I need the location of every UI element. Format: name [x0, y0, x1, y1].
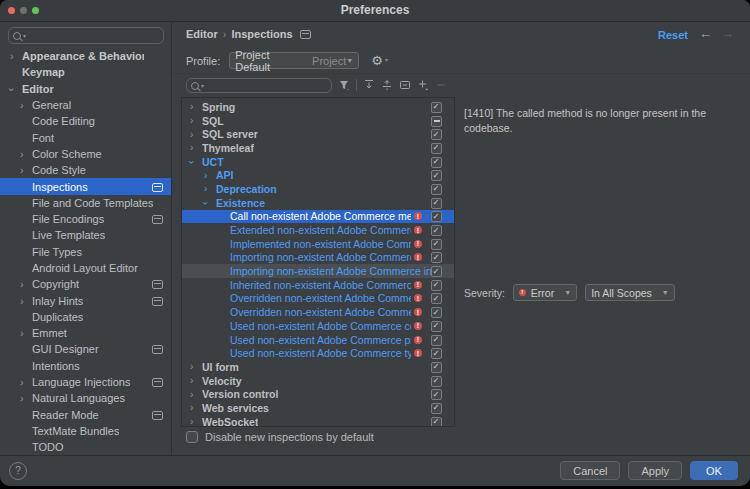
inspection-row-call-non-existent-adobe-commerce-method[interactable]: Call non-existent Adobe Commerce method — [182, 210, 454, 224]
inspection-checkbox[interactable] — [431, 129, 442, 140]
chevron-icon[interactable]: › — [7, 88, 17, 92]
inspection-checkbox[interactable] — [431, 335, 442, 346]
chevron-icon[interactable]: › — [190, 143, 193, 152]
inspection-checkbox[interactable] — [431, 116, 442, 127]
remove-icon[interactable] — [433, 77, 449, 93]
inspection-checkbox[interactable] — [431, 403, 442, 414]
chevron-icon[interactable]: › — [20, 149, 24, 159]
sidebar-item-file-encodings[interactable]: File Encodings — [0, 211, 171, 227]
forward-arrow-icon[interactable]: → — [721, 26, 734, 41]
inspection-checkbox[interactable] — [431, 102, 442, 113]
zoom-window-icon[interactable] — [32, 7, 39, 14]
inspection-row-overridden-non-existent-adobe-commerce-p[interactable]: Overridden non-existent Adobe Commerce p — [182, 305, 454, 319]
sidebar-item-editor[interactable]: ›Editor — [0, 81, 171, 97]
profile-actions-gear-icon[interactable]: ⚙▾ — [371, 54, 388, 67]
inspection-row-thymeleaf[interactable]: ›Thymeleaf — [182, 141, 454, 155]
inspection-row-sql-server[interactable]: ›SQL server — [182, 127, 454, 141]
inspection-checkbox[interactable] — [431, 307, 442, 318]
sidebar-item-file-types[interactable]: File Types — [0, 244, 171, 260]
inspection-row-used-non-existent-adobe-commerce-type[interactable]: Used non-existent Adobe Commerce type — [182, 346, 454, 360]
chevron-icon[interactable]: › — [190, 130, 193, 139]
disable-new-inspections-checkbox[interactable] — [186, 431, 198, 443]
inspection-row-ui-form[interactable]: ›UI form — [182, 360, 454, 374]
chevron-icon[interactable]: › — [190, 116, 193, 125]
profile-box-icon[interactable] — [397, 77, 413, 93]
inspection-row-inherited-non-existent-adobe-commerce-inte[interactable]: Inherited non-existent Adobe Commerce in… — [182, 278, 454, 292]
chevron-icon[interactable]: › — [20, 296, 24, 306]
cancel-button[interactable]: Cancel — [560, 461, 620, 480]
inspection-row-overridden-non-existent-adobe-commerce-c[interactable]: Overridden non-existent Adobe Commerce c — [182, 292, 454, 306]
sidebar-item-appearance-behavior[interactable]: ›Appearance & Behavior — [0, 48, 171, 64]
chevron-icon[interactable]: › — [20, 279, 24, 289]
inspection-checkbox[interactable] — [431, 157, 442, 168]
chevron-icon[interactable]: › — [204, 171, 207, 180]
inspection-checkbox[interactable] — [431, 252, 442, 263]
inspection-checkbox[interactable] — [431, 348, 442, 359]
help-button[interactable]: ? — [9, 462, 27, 480]
sidebar-item-language-injections[interactable]: ›Language Injections — [0, 374, 171, 390]
inspection-row-deprecation[interactable]: ›Deprecation — [182, 182, 454, 196]
ok-button[interactable]: OK — [690, 461, 738, 480]
inspection-checkbox[interactable] — [431, 143, 442, 154]
severity-select[interactable]: Error ▼ — [513, 284, 577, 301]
sidebar-item-natural-languages[interactable]: ›Natural Languages — [0, 390, 171, 406]
chevron-icon[interactable]: › — [187, 161, 196, 164]
inspection-row-websocket[interactable]: ›WebSocket — [182, 415, 454, 427]
add-icon[interactable] — [415, 77, 431, 93]
inspection-row-existence[interactable]: ›Existence — [182, 196, 454, 210]
chevron-icon[interactable]: › — [10, 51, 14, 61]
reset-link[interactable]: Reset — [658, 29, 688, 41]
inspection-row-extended-non-existent-adobe-commerce-cla[interactable]: Extended non-existent Adobe Commerce cla — [182, 223, 454, 237]
chevron-icon[interactable]: › — [20, 328, 24, 338]
inspection-row-uct[interactable]: ›UCT — [182, 155, 454, 169]
sidebar-item-copyright[interactable]: ›Copyright — [0, 276, 171, 292]
sidebar-item-file-and-code-templates[interactable]: File and Code Templates — [0, 195, 171, 211]
sidebar-item-keymap[interactable]: Keymap — [0, 64, 171, 80]
breadcrumb-item-editor[interactable]: Editor — [186, 28, 218, 40]
profile-select[interactable]: Project Default Project ▼ — [229, 52, 359, 69]
chevron-icon[interactable]: › — [190, 362, 193, 371]
inspection-checkbox[interactable] — [431, 389, 442, 400]
sidebar-item-live-templates[interactable]: Live Templates — [0, 227, 171, 243]
inspection-row-used-non-existent-adobe-commerce-consta[interactable]: Used non-existent Adobe Commerce consta — [182, 319, 454, 333]
sidebar-item-textmate-bundles[interactable]: TextMate Bundles — [0, 423, 171, 439]
expand-all-icon[interactable] — [361, 77, 377, 93]
inspection-row-version-control[interactable]: ›Version control — [182, 387, 454, 401]
sidebar-item-code-style[interactable]: ›Code Style — [0, 162, 171, 178]
settings-search-field[interactable]: ▾ — [8, 27, 164, 44]
chevron-icon[interactable]: › — [20, 100, 24, 110]
sidebar-item-android-layout-editor[interactable]: Android Layout Editor — [0, 260, 171, 276]
sidebar-item-reader-mode[interactable]: Reader Mode — [0, 407, 171, 423]
inspections-search-field[interactable]: ▾ — [186, 78, 332, 93]
sidebar-item-todo[interactable]: TODO — [0, 439, 171, 455]
inspection-checkbox[interactable] — [431, 225, 442, 236]
inspection-row-velocity[interactable]: ›Velocity — [182, 374, 454, 388]
inspection-checkbox[interactable] — [431, 184, 442, 195]
inspection-row-importing-non-existent-adobe-commerce-interface[interactable]: Importing non-existent Adobe Commerce in… — [182, 264, 454, 278]
chevron-icon[interactable]: › — [20, 377, 24, 387]
inspection-row-used-non-existent-adobe-commerce-propert[interactable]: Used non-existent Adobe Commerce propert — [182, 333, 454, 347]
inspection-checkbox[interactable] — [431, 239, 442, 250]
chevron-icon[interactable]: › — [20, 165, 24, 175]
sidebar-item-inlay-hints[interactable]: ›Inlay Hints — [0, 292, 171, 308]
inspection-checkbox[interactable] — [431, 266, 442, 277]
sidebar-item-emmet[interactable]: ›Emmet — [0, 325, 171, 341]
inspection-checkbox[interactable] — [431, 198, 442, 209]
sidebar-item-duplicates[interactable]: Duplicates — [0, 309, 171, 325]
sidebar-item-intentions[interactable]: Intentions — [0, 358, 171, 374]
inspection-checkbox[interactable] — [431, 376, 442, 387]
inspection-row-sql[interactable]: ›SQL — [182, 114, 454, 128]
inspection-checkbox[interactable] — [431, 293, 442, 304]
sidebar-item-color-scheme[interactable]: ›Color Scheme — [0, 146, 171, 162]
sidebar-item-gui-designer[interactable]: GUI Designer — [0, 341, 171, 357]
inspection-checkbox[interactable] — [431, 280, 442, 291]
sidebar-item-code-editing[interactable]: Code Editing — [0, 113, 171, 129]
inspection-checkbox[interactable] — [431, 362, 442, 373]
close-window-icon[interactable] — [8, 7, 15, 14]
inspection-checkbox[interactable] — [431, 170, 442, 181]
chevron-icon[interactable]: › — [201, 202, 210, 205]
settings-search-input[interactable] — [26, 29, 159, 43]
inspection-row-api[interactable]: ›API — [182, 168, 454, 182]
chevron-icon[interactable]: › — [190, 417, 193, 426]
inspection-row-web-services[interactable]: ›Web services — [182, 401, 454, 415]
